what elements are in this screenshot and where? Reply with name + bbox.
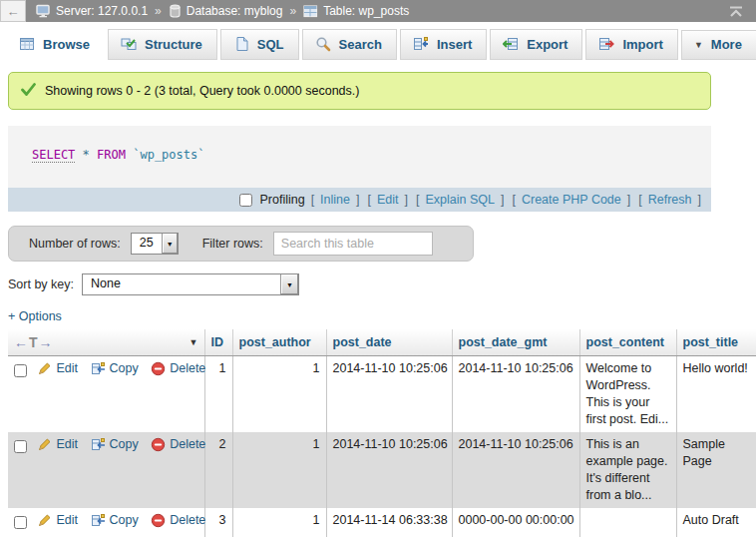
breadcrumb-table[interactable]: Table: wp_posts	[323, 4, 409, 18]
tab-bar: Browse Structure SQL Search Insert Expor…	[0, 22, 756, 60]
edit-link[interactable]: Edit	[37, 436, 78, 453]
query-toolbar: Profiling [ Inline ] [ Edit ] [ Explain …	[8, 188, 711, 212]
header-post-date[interactable]: post_date	[326, 329, 452, 356]
tab-label: Insert	[437, 37, 472, 52]
options-toggle[interactable]: + Options	[8, 309, 756, 323]
breadcrumb-server[interactable]: Server: 127.0.0.1	[56, 4, 148, 18]
delete-label: Delete	[170, 512, 205, 529]
cell-post-date: 2014-11-10 10:25:06	[326, 432, 452, 508]
bracket: ]	[698, 193, 701, 207]
header-id[interactable]: ID	[204, 329, 232, 356]
server-icon	[36, 4, 51, 18]
bracket: [	[638, 193, 641, 207]
cell-post-author: 1	[232, 432, 326, 508]
insert-icon	[413, 36, 429, 52]
breadcrumb-database[interactable]: Database: myblog	[187, 4, 283, 18]
sql-query: SELECT * FROM `wp_posts`	[8, 126, 711, 188]
bracket: ]	[405, 193, 408, 207]
tab-insert[interactable]: Insert	[400, 29, 487, 60]
cell-post-date-gmt: 0000-00-00 00:00:00	[452, 508, 579, 537]
export-icon	[503, 36, 519, 52]
profiling-checkbox[interactable]	[239, 194, 252, 207]
tab-sql[interactable]: SQL	[220, 29, 299, 60]
header-post-title[interactable]: post_title	[676, 329, 756, 356]
delete-link[interactable]: Delete	[151, 436, 205, 453]
row-checkbox[interactable]	[14, 516, 27, 529]
copy-icon	[91, 437, 106, 452]
header-post-date-gmt[interactable]: post_date_gmt	[452, 329, 579, 356]
tab-label: SQL	[257, 37, 284, 52]
copy-link[interactable]: Copy	[91, 360, 139, 377]
tab-label: Browse	[43, 37, 90, 52]
sql-keyword-select[interactable]: SELECT	[32, 148, 75, 163]
copy-label: Copy	[110, 512, 139, 529]
filter-rows-label: Filter rows:	[202, 237, 263, 251]
pencil-icon	[37, 513, 52, 528]
tab-more[interactable]: ▼ More	[681, 30, 756, 60]
edit-link[interactable]: Edit	[37, 512, 78, 529]
edit-label: Edit	[56, 360, 78, 377]
cell-post-title: Auto Draft	[676, 508, 756, 537]
edit-label: Edit	[56, 512, 78, 529]
breadcrumb-separator: »	[289, 4, 296, 18]
edit-query-link[interactable]: Edit	[377, 193, 399, 207]
arrow-right-icon[interactable]: →	[39, 334, 53, 350]
results-table: ← T → ▼ ID post_author post_date post_da…	[8, 329, 756, 537]
create-php-code-link[interactable]: Create PHP Code	[522, 193, 621, 207]
profiling-label: Profiling	[259, 193, 304, 207]
back-arrow-icon: ←	[7, 4, 20, 19]
back-button[interactable]: ←	[0, 0, 26, 22]
sort-by-key-select[interactable]: None ▼	[82, 273, 299, 295]
status-text: Showing rows 0 - 2 (3 total, Query took …	[45, 84, 359, 98]
row-actions: Edit Copy Delete	[8, 356, 204, 433]
search-icon	[315, 36, 331, 52]
copy-icon	[91, 513, 106, 528]
filter-rows-input[interactable]	[273, 232, 433, 256]
tab-search[interactable]: Search	[302, 29, 397, 60]
scroll-top-icon[interactable]	[728, 6, 744, 17]
tab-export[interactable]: Export	[490, 29, 582, 60]
table-row: Edit Copy Delete 2 1 2014-11-10 10:25:06…	[8, 432, 756, 508]
arrow-left-icon[interactable]: ←	[14, 334, 28, 350]
tab-structure[interactable]: Structure	[108, 29, 217, 60]
header-post-content[interactable]: post_content	[579, 329, 676, 356]
refresh-link[interactable]: Refresh	[648, 193, 692, 207]
tab-browse[interactable]: Browse	[6, 29, 105, 60]
header-actions: ← T → ▼	[8, 329, 204, 356]
cell-post-date-gmt: 2014-11-10 10:25:06	[452, 356, 579, 433]
sort-indicator-icon[interactable]: ▼	[189, 337, 198, 347]
row-checkbox[interactable]	[14, 440, 27, 453]
copy-label: Copy	[110, 360, 139, 377]
copy-link[interactable]: Copy	[91, 436, 139, 453]
bracket: ]	[356, 193, 359, 207]
edit-link[interactable]: Edit	[37, 360, 78, 377]
bracket: [	[512, 193, 515, 207]
chevron-down-icon: ▼	[280, 274, 298, 294]
row-actions: Edit Copy Delete	[8, 432, 204, 508]
explain-sql-link[interactable]: Explain SQL	[425, 193, 494, 207]
header-row: ← T → ▼ ID post_author post_date post_da…	[8, 329, 756, 356]
sql-star: *	[83, 148, 90, 162]
cell-post-title: Hello world!	[676, 356, 756, 433]
bracket: ]	[501, 193, 504, 207]
delete-link[interactable]: Delete	[151, 360, 205, 377]
cell-post-content: Welcome to WordPress. This is your first…	[579, 356, 676, 433]
query-section: SELECT * FROM `wp_posts` Profiling [ Inl…	[8, 126, 711, 212]
inline-link[interactable]: Inline	[320, 193, 350, 207]
header-post-author[interactable]: post_author	[232, 329, 326, 356]
breadcrumb: Server: 127.0.0.1 » Database: myblog » T…	[36, 4, 409, 18]
bracket: [	[311, 193, 314, 207]
copy-link[interactable]: Copy	[91, 512, 139, 529]
breadcrumb-separator: »	[155, 4, 162, 18]
number-of-rows-select[interactable]: 25 ▼	[131, 233, 179, 255]
tab-import[interactable]: Import	[585, 29, 677, 60]
cell-post-date: 2014-11-10 10:25:06	[326, 356, 452, 433]
bracket: [	[367, 193, 370, 207]
delete-icon	[151, 513, 166, 528]
delete-link[interactable]: Delete	[151, 512, 205, 529]
row-checkbox[interactable]	[14, 364, 27, 377]
column-nav-icon[interactable]: T	[29, 334, 38, 350]
rows-control-bar: Number of rows: 25 ▼ Filter rows:	[8, 226, 474, 262]
pencil-icon	[37, 437, 52, 452]
tab-label: Search	[339, 37, 382, 52]
